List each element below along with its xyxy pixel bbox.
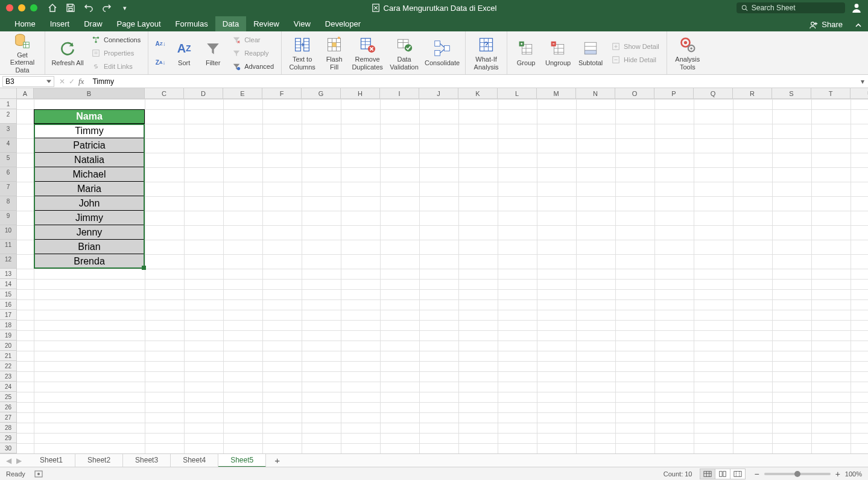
- sort-desc-button[interactable]: ZA↓: [153, 56, 168, 68]
- zoom-in-button[interactable]: +: [835, 469, 840, 479]
- consolidate-button[interactable]: Consolidate: [424, 34, 460, 72]
- name-box[interactable]: B3: [2, 76, 54, 87]
- undo-icon[interactable]: [83, 2, 94, 13]
- row-header-11[interactable]: 11: [0, 240, 17, 254]
- connections-button[interactable]: Connections: [89, 34, 143, 46]
- table-row[interactable]: Michael: [34, 167, 145, 182]
- col-header-N[interactable]: N: [576, 88, 615, 99]
- column-headers[interactable]: ABCDEFGHIJKLMNOPQRSTU: [17, 88, 868, 99]
- table-row[interactable]: Timmy: [34, 124, 145, 138]
- col-header-S[interactable]: S: [772, 88, 811, 99]
- col-header-Q[interactable]: Q: [694, 88, 733, 99]
- row-header-28[interactable]: 28: [0, 423, 17, 433]
- save-icon[interactable]: [65, 2, 76, 13]
- col-header-L[interactable]: L: [498, 88, 537, 99]
- row-header-12[interactable]: 12: [0, 254, 17, 269]
- col-header-C[interactable]: C: [145, 88, 184, 99]
- row-header-27[interactable]: 27: [0, 412, 17, 423]
- refresh-all-button[interactable]: Refresh All: [50, 34, 85, 72]
- row-header-21[interactable]: 21: [0, 351, 17, 361]
- row-header-15[interactable]: 15: [0, 289, 17, 299]
- row-header-10[interactable]: 10: [0, 225, 17, 240]
- row-header-23[interactable]: 23: [0, 371, 17, 382]
- select-all-corner[interactable]: [0, 88, 17, 99]
- table-row[interactable]: Brian: [34, 240, 145, 254]
- home-icon[interactable]: [47, 2, 58, 13]
- col-header-H[interactable]: H: [341, 88, 380, 99]
- row-header-17[interactable]: 17: [0, 310, 17, 320]
- what-if-analysis-button[interactable]: ? What-If Analysis: [470, 34, 502, 72]
- col-header-P[interactable]: P: [654, 88, 694, 99]
- row-header-20[interactable]: 20: [0, 341, 17, 351]
- tab-page-layout[interactable]: Page Layout: [110, 16, 168, 31]
- sheet-tab-sheet2[interactable]: Sheet2: [75, 454, 123, 467]
- col-header-E[interactable]: E: [223, 88, 262, 99]
- zoom-out-button[interactable]: −: [754, 469, 759, 479]
- col-header-K[interactable]: K: [458, 88, 498, 99]
- close-window-button[interactable]: [6, 4, 13, 11]
- search-input[interactable]: [752, 4, 840, 12]
- row-header-16[interactable]: 16: [0, 299, 17, 310]
- row-header-26[interactable]: 26: [0, 402, 17, 412]
- spreadsheet-grid[interactable]: ABCDEFGHIJKLMNOPQRSTU 123456789101112131…: [0, 88, 868, 453]
- col-header-M[interactable]: M: [537, 88, 576, 99]
- row-header-24[interactable]: 24: [0, 382, 17, 392]
- account-icon[interactable]: [851, 2, 862, 13]
- table-row[interactable]: Maria: [34, 182, 145, 196]
- text-to-columns-button[interactable]: Text to Columns: [287, 34, 318, 72]
- col-header-J[interactable]: J: [419, 88, 458, 99]
- tab-insert[interactable]: Insert: [43, 16, 77, 31]
- row-header-4[interactable]: 4: [0, 138, 17, 153]
- collapse-ribbon-icon[interactable]: [849, 19, 868, 31]
- col-header-T[interactable]: T: [811, 88, 851, 99]
- col-header-O[interactable]: O: [615, 88, 654, 99]
- zoom-slider[interactable]: [764, 473, 831, 475]
- sheet-tab-sheet5[interactable]: Sheet5: [218, 454, 266, 467]
- row-header-14[interactable]: 14: [0, 279, 17, 289]
- row-headers[interactable]: 1234567891011121314151617181920212223242…: [0, 99, 17, 453]
- row-header-7[interactable]: 7: [0, 182, 17, 196]
- col-header-A[interactable]: A: [17, 88, 34, 99]
- table-row[interactable]: Jimmy: [34, 211, 145, 225]
- col-header-B[interactable]: B: [34, 88, 145, 99]
- fullscreen-window-button[interactable]: [30, 4, 37, 11]
- tab-draw[interactable]: Draw: [77, 16, 109, 31]
- tab-data[interactable]: Data: [215, 16, 246, 31]
- row-header-30[interactable]: 30: [0, 443, 17, 453]
- sheet-tab-sheet3[interactable]: Sheet3: [123, 454, 171, 467]
- page-layout-view-button[interactable]: [715, 469, 730, 479]
- tab-formulas[interactable]: Formulas: [168, 16, 215, 31]
- macro-record-icon[interactable]: [34, 469, 43, 479]
- col-header-I[interactable]: I: [380, 88, 419, 99]
- col-header-G[interactable]: G: [302, 88, 341, 99]
- get-external-data-button[interactable]: Get External Data: [5, 34, 40, 72]
- share-button[interactable]: Share: [803, 18, 849, 31]
- analysis-tools-button[interactable]: Analysis Tools: [672, 34, 703, 72]
- table-row[interactable]: Jenny: [34, 225, 145, 240]
- fx-icon[interactable]: fx: [78, 77, 84, 86]
- formula-input[interactable]: Timmy: [89, 77, 857, 86]
- cancel-formula-icon[interactable]: ✕: [59, 77, 65, 86]
- table-row[interactable]: Natalia: [34, 153, 145, 167]
- row-header-2[interactable]: 2: [0, 109, 17, 124]
- tab-developer[interactable]: Developer: [318, 16, 368, 31]
- sheet-tab-sheet4[interactable]: Sheet4: [171, 454, 218, 467]
- row-header-6[interactable]: 6: [0, 167, 17, 182]
- row-header-5[interactable]: 5: [0, 153, 17, 167]
- row-header-29[interactable]: 29: [0, 433, 17, 443]
- row-header-25[interactable]: 25: [0, 392, 17, 402]
- tab-home[interactable]: Home: [7, 16, 43, 31]
- qat-customize-icon[interactable]: ▾: [119, 2, 130, 13]
- tab-review[interactable]: Review: [246, 16, 287, 31]
- table-row[interactable]: Brenda: [34, 254, 145, 269]
- ungroup-button[interactable]: Ungroup: [543, 34, 572, 72]
- normal-view-button[interactable]: [700, 469, 715, 479]
- group-button[interactable]: Group: [512, 34, 540, 72]
- col-header-F[interactable]: F: [262, 88, 302, 99]
- search-sheet[interactable]: [737, 2, 845, 13]
- row-header-1[interactable]: 1: [0, 99, 17, 109]
- remove-duplicates-button[interactable]: Remove Duplicates: [350, 34, 384, 72]
- col-header-R[interactable]: R: [733, 88, 772, 99]
- row-header-9[interactable]: 9: [0, 211, 17, 225]
- advanced-filter-button[interactable]: Advanced: [229, 60, 276, 72]
